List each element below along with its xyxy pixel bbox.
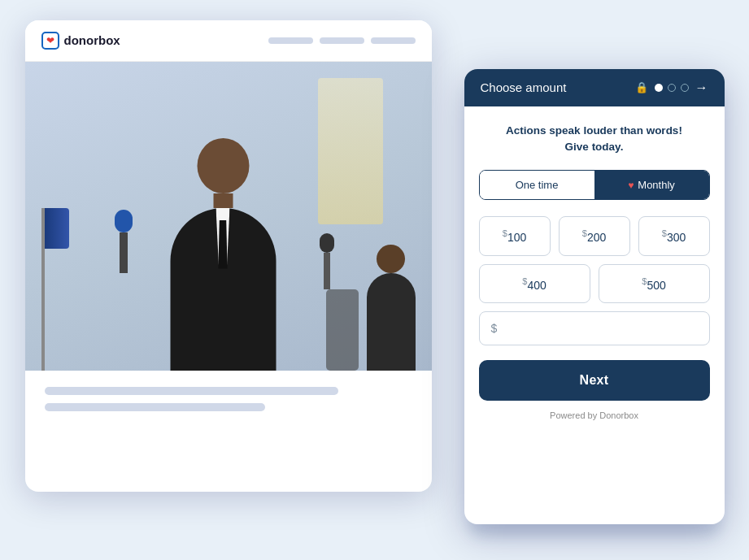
amount-btn-300[interactable]: $300 bbox=[638, 216, 710, 256]
amount-btn-100[interactable]: $100 bbox=[479, 216, 551, 256]
flag-pole bbox=[41, 208, 45, 371]
step-dots bbox=[655, 84, 689, 92]
widget-body: Actions speak louder than words! Give to… bbox=[464, 106, 725, 437]
bg-person bbox=[367, 245, 416, 371]
content-line-1 bbox=[45, 387, 339, 395]
amount-grid-row2: $400 $500 bbox=[479, 264, 710, 304]
nav-line-2 bbox=[320, 37, 364, 44]
lock-icon: 🔒 bbox=[635, 81, 648, 93]
amount-btn-400[interactable]: $400 bbox=[479, 264, 590, 304]
next-arrow-icon: → bbox=[695, 80, 708, 95]
tab-monthly[interactable]: ♥ Monthly bbox=[594, 171, 709, 199]
widget-title: Choose amount bbox=[481, 80, 627, 94]
tagline: Actions speak louder than words! Give to… bbox=[479, 123, 710, 156]
bg-person-head bbox=[377, 245, 405, 273]
logo-text: donorbox bbox=[64, 33, 120, 47]
nav-line-3 bbox=[371, 37, 416, 44]
tab-one-time-label: One time bbox=[516, 179, 559, 191]
amount-value-1: 100 bbox=[507, 231, 526, 244]
flag-cloth bbox=[45, 208, 69, 249]
main-person bbox=[170, 138, 276, 371]
tagline-line-1: Actions speak louder than words! bbox=[506, 124, 682, 137]
microphone-2 bbox=[320, 233, 334, 289]
dot-3 bbox=[681, 84, 689, 92]
scene: ❤ donorbox bbox=[25, 20, 725, 540]
custom-currency-label: $ bbox=[491, 322, 498, 335]
person-head bbox=[197, 138, 249, 193]
logo-heart-icon: ❤ bbox=[46, 35, 54, 46]
tagline-line-2: Give today. bbox=[565, 141, 624, 153]
donation-widget: Choose amount 🔒 → Actions speak louder t… bbox=[464, 69, 725, 524]
mic-stick-2 bbox=[324, 253, 330, 289]
mic-stick-1 bbox=[120, 232, 128, 273]
microphone-1 bbox=[115, 210, 133, 273]
frequency-tabs: One time ♥ Monthly bbox=[479, 170, 710, 200]
person-neck bbox=[213, 193, 233, 208]
custom-amount-wrap: $ bbox=[479, 311, 710, 345]
widget-header: Choose amount 🔒 → bbox=[464, 69, 725, 106]
amount-btn-500[interactable]: $500 bbox=[599, 264, 710, 304]
tab-one-time[interactable]: One time bbox=[480, 171, 594, 199]
heart-icon: ♥ bbox=[628, 180, 634, 191]
amount-value-2: 200 bbox=[587, 231, 606, 244]
custom-amount-input[interactable] bbox=[502, 322, 697, 335]
content-line-2 bbox=[45, 403, 265, 411]
dot-2 bbox=[668, 84, 676, 92]
nav-placeholder bbox=[268, 37, 416, 44]
amount-btn-200[interactable]: $200 bbox=[559, 216, 630, 256]
mic-ball-2 bbox=[320, 233, 334, 253]
amount-grid-row1: $100 $200 $300 bbox=[479, 216, 710, 256]
donorbox-logo: ❤ donorbox bbox=[41, 32, 120, 50]
logo-icon: ❤ bbox=[41, 32, 59, 50]
back-card-website: ❤ donorbox bbox=[25, 20, 432, 492]
figure-group bbox=[107, 94, 351, 371]
amount-value-3: 300 bbox=[667, 231, 686, 244]
website-hero-image bbox=[25, 62, 432, 371]
dot-1 bbox=[655, 84, 663, 92]
amount-value-4: 400 bbox=[527, 278, 546, 291]
amount-value-5: 500 bbox=[647, 278, 665, 291]
tab-monthly-label: Monthly bbox=[638, 179, 675, 191]
mic-ball-1 bbox=[115, 210, 133, 232]
next-button[interactable]: Next bbox=[479, 360, 710, 401]
bg-person-body bbox=[367, 273, 416, 371]
image-scene bbox=[25, 62, 432, 371]
person-suit bbox=[170, 208, 276, 371]
powered-by: Powered by Donorbox bbox=[479, 410, 710, 420]
website-content bbox=[25, 371, 432, 436]
website-header: ❤ donorbox bbox=[25, 20, 432, 62]
header-icons: 🔒 → bbox=[635, 80, 708, 95]
nav-line-1 bbox=[268, 37, 313, 44]
